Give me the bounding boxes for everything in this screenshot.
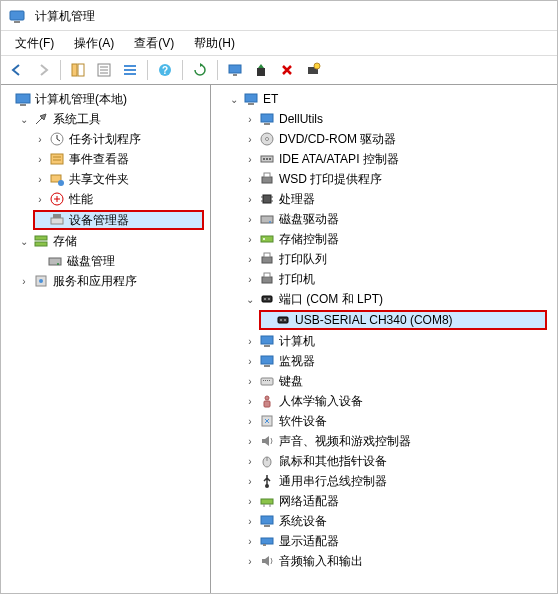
svg-rect-38 — [264, 123, 270, 125]
expand-icon[interactable]: › — [243, 272, 257, 286]
expand-icon[interactable]: › — [243, 172, 257, 186]
expand-icon[interactable]: › — [243, 434, 257, 448]
svg-point-55 — [263, 238, 265, 240]
collapse-icon[interactable]: ⌄ — [243, 292, 257, 306]
update-driver-button[interactable] — [249, 58, 273, 82]
device-ide[interactable]: › IDE ATA/ATAPI 控制器 — [211, 149, 557, 169]
monitor-button[interactable] — [223, 58, 247, 82]
expand-icon[interactable]: › — [243, 374, 257, 388]
expand-icon[interactable]: › — [243, 354, 257, 368]
expand-icon[interactable]: › — [33, 192, 47, 206]
device-print-queue[interactable]: › 打印队列 — [211, 249, 557, 269]
show-hide-tree-button[interactable] — [66, 58, 90, 82]
device-hid[interactable]: › 人体学输入设备 — [211, 391, 557, 411]
tree-storage[interactable]: ⌄ 存储 — [1, 231, 210, 251]
device-ports[interactable]: ⌄ 端口 (COM 和 LPT) — [211, 289, 557, 309]
expand-icon[interactable]: › — [243, 232, 257, 246]
device-usb[interactable]: › 通用串行总线控制器 — [211, 471, 557, 491]
tree-services[interactable]: › 服务和应用程序 — [1, 271, 210, 291]
computer-management-window: 计算机管理 文件(F) 操作(A) 查看(V) 帮助(H) ? 计算机管理(本地… — [0, 0, 558, 594]
device-dvd[interactable]: › DVD/CD-ROM 驱动器 — [211, 129, 557, 149]
scan-hardware-button[interactable] — [301, 58, 325, 82]
expand-icon[interactable]: › — [243, 534, 257, 548]
menu-help[interactable]: 帮助(H) — [186, 33, 243, 54]
expand-icon[interactable]: › — [243, 192, 257, 206]
tree-root-local[interactable]: 计算机管理(本地) — [1, 89, 210, 109]
expand-icon[interactable]: › — [33, 152, 47, 166]
svg-rect-43 — [266, 158, 268, 160]
tree-label: 系统设备 — [279, 511, 327, 531]
device-storage-ctrl[interactable]: › 存储控制器 — [211, 229, 557, 249]
tree-performance[interactable]: › 性能 — [1, 189, 210, 209]
menu-action[interactable]: 操作(A) — [66, 33, 122, 54]
device-sound[interactable]: › 声音、视频和游戏控制器 — [211, 431, 557, 451]
tree-event-viewer[interactable]: › 事件查看器 — [1, 149, 210, 169]
svg-rect-21 — [51, 154, 63, 164]
tree-shared-folders[interactable]: › 共享文件夹 — [1, 169, 210, 189]
toolbar: ? — [1, 55, 557, 85]
device-cpu[interactable]: › 处理器 — [211, 189, 557, 209]
device-wsd[interactable]: › WSD 打印提供程序 — [211, 169, 557, 189]
expand-icon[interactable]: › — [243, 554, 257, 568]
menu-view[interactable]: 查看(V) — [126, 33, 182, 54]
services-icon — [33, 273, 49, 289]
tree-system-tools[interactable]: ⌄ 系统工具 — [1, 109, 210, 129]
expand-icon[interactable]: › — [17, 274, 31, 288]
collapse-icon[interactable]: ⌄ — [17, 234, 31, 248]
forward-button[interactable] — [31, 58, 55, 82]
help-button[interactable]: ? — [153, 58, 177, 82]
expand-icon[interactable]: › — [243, 514, 257, 528]
menu-file[interactable]: 文件(F) — [7, 33, 62, 54]
expand-icon[interactable]: › — [243, 132, 257, 146]
software-icon — [259, 413, 275, 429]
expand-icon[interactable]: › — [243, 454, 257, 468]
device-monitor[interactable]: › 监视器 — [211, 351, 557, 371]
expand-icon[interactable]: › — [33, 172, 47, 186]
collapse-icon[interactable]: ⌄ — [17, 112, 31, 126]
expand-icon[interactable]: › — [243, 334, 257, 348]
device-software[interactable]: › 软件设备 — [211, 411, 557, 431]
expand-icon[interactable]: › — [243, 414, 257, 428]
device-dellutils[interactable]: › DellUtils — [211, 109, 557, 129]
speaker-icon — [259, 553, 275, 569]
console-tree-pane: 计算机管理(本地) ⌄ 系统工具 › 任务计划程序 › 事件查看器 › 共享文件… — [1, 85, 211, 593]
device-printer[interactable]: › 打印机 — [211, 269, 557, 289]
device-mouse[interactable]: › 鼠标和其他指针设备 — [211, 451, 557, 471]
collapse-icon[interactable]: ⌄ — [227, 92, 241, 106]
device-root[interactable]: ⌄ ET — [211, 89, 557, 109]
view-list-button[interactable] — [118, 58, 142, 82]
back-button[interactable] — [5, 58, 29, 82]
tree-device-manager[interactable]: 设备管理器 — [33, 210, 204, 230]
tree-label: 计算机管理(本地) — [35, 89, 127, 109]
device-usb-serial[interactable]: USB-SERIAL CH340 (COM8) — [259, 310, 547, 330]
expand-icon[interactable]: › — [243, 252, 257, 266]
device-audio[interactable]: › 音频输入和输出 — [211, 551, 557, 571]
svg-rect-52 — [261, 216, 273, 223]
device-system[interactable]: › 系统设备 — [211, 511, 557, 531]
expand-icon[interactable]: › — [243, 394, 257, 408]
expand-icon[interactable]: › — [243, 474, 257, 488]
expand-icon[interactable]: › — [243, 494, 257, 508]
tree-task-scheduler[interactable]: › 任务计划程序 — [1, 129, 210, 149]
svg-rect-81 — [261, 499, 273, 504]
expand-icon[interactable]: › — [33, 132, 47, 146]
properties-button[interactable] — [92, 58, 116, 82]
keyboard-icon — [259, 373, 275, 389]
expand-icon[interactable]: › — [243, 112, 257, 126]
svg-rect-2 — [72, 64, 77, 76]
svg-rect-70 — [261, 378, 273, 385]
expand-icon[interactable]: › — [243, 212, 257, 226]
device-network[interactable]: › 网络适配器 — [211, 491, 557, 511]
device-display[interactable]: › 显示适配器 — [211, 531, 557, 551]
device-diskdrive[interactable]: › 磁盘驱动器 — [211, 209, 557, 229]
device-computer[interactable]: › 计算机 — [211, 331, 557, 351]
toolbar-separator — [217, 60, 218, 80]
uninstall-button[interactable] — [275, 58, 299, 82]
tree-disk-management[interactable]: 磁盘管理 — [1, 251, 210, 271]
speaker-icon — [259, 433, 275, 449]
device-keyboard[interactable]: › 键盘 — [211, 371, 557, 391]
refresh-button[interactable] — [188, 58, 212, 82]
expand-icon[interactable]: › — [243, 152, 257, 166]
performance-icon — [49, 191, 65, 207]
svg-rect-86 — [261, 538, 273, 544]
